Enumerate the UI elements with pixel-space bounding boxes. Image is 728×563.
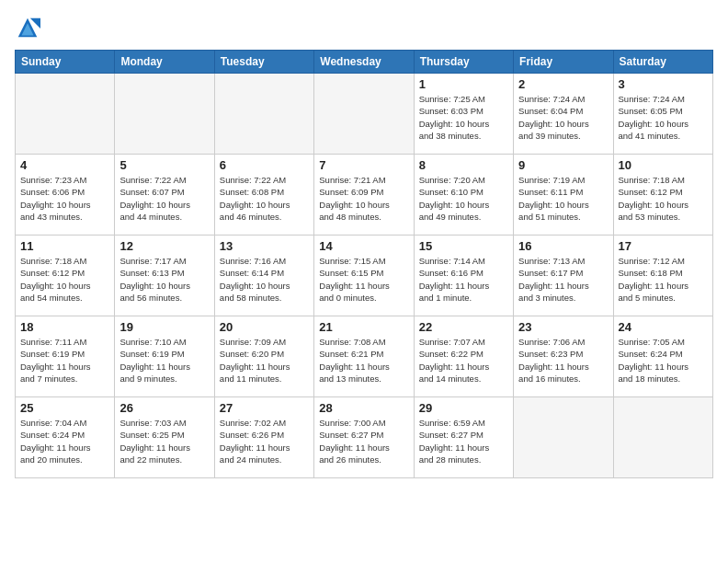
calendar-cell: 1Sunrise: 7:25 AMSunset: 6:03 PMDaylight… <box>414 74 513 155</box>
day-number: 18 <box>20 320 109 334</box>
calendar-cell: 20Sunrise: 7:09 AMSunset: 6:20 PMDayligh… <box>214 316 313 397</box>
day-info: Sunrise: 7:09 AMSunset: 6:20 PMDaylight:… <box>220 336 309 385</box>
calendar-cell: 11Sunrise: 7:18 AMSunset: 6:12 PMDayligh… <box>16 236 115 316</box>
day-info: Sunrise: 7:17 AMSunset: 6:13 PMDaylight:… <box>119 255 209 304</box>
calendar-cell: 21Sunrise: 7:08 AMSunset: 6:21 PMDayligh… <box>314 316 414 397</box>
calendar-day-header: Friday <box>514 51 613 74</box>
calendar-cell: 29Sunrise: 6:59 AMSunset: 6:27 PMDayligh… <box>414 397 513 478</box>
day-info: Sunrise: 7:23 AMSunset: 6:06 PMDaylight:… <box>20 174 109 223</box>
calendar-day-header: Wednesday <box>314 51 414 74</box>
day-info: Sunrise: 7:24 AMSunset: 6:05 PMDaylight:… <box>619 93 708 142</box>
day-info: Sunrise: 7:16 AMSunset: 6:14 PMDaylight:… <box>220 255 309 304</box>
day-number: 21 <box>319 320 408 334</box>
day-number: 12 <box>119 239 209 253</box>
day-info: Sunrise: 7:04 AMSunset: 6:24 PMDaylight:… <box>20 417 109 465</box>
day-number: 13 <box>220 239 309 253</box>
calendar-table: SundayMondayTuesdayWednesdayThursdayFrid… <box>15 50 713 478</box>
day-number: 11 <box>20 239 109 253</box>
logo <box>15 15 44 40</box>
day-info: Sunrise: 7:03 AMSunset: 6:25 PMDaylight:… <box>119 417 209 465</box>
calendar-cell: 22Sunrise: 7:07 AMSunset: 6:22 PMDayligh… <box>414 316 513 397</box>
day-number: 14 <box>319 239 408 253</box>
calendar-cell: 3Sunrise: 7:24 AMSunset: 6:05 PMDaylight… <box>613 74 712 155</box>
calendar-week-row: 1Sunrise: 7:25 AMSunset: 6:03 PMDaylight… <box>16 74 713 155</box>
day-info: Sunrise: 7:12 AMSunset: 6:18 PMDaylight:… <box>619 255 708 304</box>
day-number: 9 <box>518 158 608 172</box>
calendar-day-header: Saturday <box>613 51 712 74</box>
day-number: 6 <box>220 158 309 172</box>
day-info: Sunrise: 7:20 AMSunset: 6:10 PMDaylight:… <box>419 174 508 223</box>
day-number: 10 <box>619 158 708 172</box>
day-info: Sunrise: 7:15 AMSunset: 6:15 PMDaylight:… <box>319 255 408 304</box>
day-info: Sunrise: 6:59 AMSunset: 6:27 PMDaylight:… <box>419 417 508 465</box>
calendar-cell: 26Sunrise: 7:03 AMSunset: 6:25 PMDayligh… <box>115 397 214 478</box>
calendar-cell <box>514 397 613 478</box>
day-number: 29 <box>419 401 508 415</box>
day-number: 8 <box>419 158 508 172</box>
calendar-day-header: Thursday <box>414 51 513 74</box>
logo-icon <box>15 15 40 40</box>
day-info: Sunrise: 7:11 AMSunset: 6:19 PMDaylight:… <box>20 336 109 385</box>
day-number: 27 <box>220 401 309 415</box>
day-number: 5 <box>119 158 209 172</box>
calendar-cell: 9Sunrise: 7:19 AMSunset: 6:11 PMDaylight… <box>514 155 613 236</box>
day-info: Sunrise: 7:21 AMSunset: 6:09 PMDaylight:… <box>319 174 408 223</box>
day-info: Sunrise: 7:05 AMSunset: 6:24 PMDaylight:… <box>619 336 708 385</box>
calendar-week-row: 4Sunrise: 7:23 AMSunset: 6:06 PMDaylight… <box>16 155 713 236</box>
day-info: Sunrise: 7:02 AMSunset: 6:26 PMDaylight:… <box>220 417 309 465</box>
day-number: 7 <box>319 158 408 172</box>
calendar-cell: 13Sunrise: 7:16 AMSunset: 6:14 PMDayligh… <box>214 236 313 316</box>
calendar-cell: 15Sunrise: 7:14 AMSunset: 6:16 PMDayligh… <box>414 236 513 316</box>
calendar-cell: 16Sunrise: 7:13 AMSunset: 6:17 PMDayligh… <box>514 236 613 316</box>
calendar-day-header: Tuesday <box>214 51 313 74</box>
page: SundayMondayTuesdayWednesdayThursdayFrid… <box>0 0 728 563</box>
calendar-cell: 24Sunrise: 7:05 AMSunset: 6:24 PMDayligh… <box>613 316 712 397</box>
calendar-week-row: 25Sunrise: 7:04 AMSunset: 6:24 PMDayligh… <box>16 397 713 478</box>
day-info: Sunrise: 7:25 AMSunset: 6:03 PMDaylight:… <box>419 93 508 142</box>
calendar-cell: 25Sunrise: 7:04 AMSunset: 6:24 PMDayligh… <box>16 397 115 478</box>
calendar-cell: 27Sunrise: 7:02 AMSunset: 6:26 PMDayligh… <box>214 397 313 478</box>
day-number: 24 <box>619 320 708 334</box>
day-info: Sunrise: 7:08 AMSunset: 6:21 PMDaylight:… <box>319 336 408 385</box>
calendar-cell <box>214 74 313 155</box>
day-number: 2 <box>518 77 608 91</box>
day-info: Sunrise: 7:18 AMSunset: 6:12 PMDaylight:… <box>619 174 708 223</box>
calendar-cell: 5Sunrise: 7:22 AMSunset: 6:07 PMDaylight… <box>115 155 214 236</box>
calendar-cell: 4Sunrise: 7:23 AMSunset: 6:06 PMDaylight… <box>16 155 115 236</box>
calendar-cell: 6Sunrise: 7:22 AMSunset: 6:08 PMDaylight… <box>214 155 313 236</box>
day-info: Sunrise: 7:22 AMSunset: 6:08 PMDaylight:… <box>220 174 309 223</box>
day-info: Sunrise: 7:22 AMSunset: 6:07 PMDaylight:… <box>119 174 209 223</box>
day-number: 4 <box>20 158 109 172</box>
day-info: Sunrise: 7:18 AMSunset: 6:12 PMDaylight:… <box>20 255 109 304</box>
day-number: 20 <box>220 320 309 334</box>
header <box>15 15 713 40</box>
calendar-cell <box>613 397 712 478</box>
calendar-day-header: Sunday <box>16 51 115 74</box>
calendar-cell: 14Sunrise: 7:15 AMSunset: 6:15 PMDayligh… <box>314 236 414 316</box>
calendar-cell: 10Sunrise: 7:18 AMSunset: 6:12 PMDayligh… <box>613 155 712 236</box>
day-info: Sunrise: 7:10 AMSunset: 6:19 PMDaylight:… <box>119 336 209 385</box>
day-info: Sunrise: 7:00 AMSunset: 6:27 PMDaylight:… <box>319 417 408 465</box>
calendar-cell: 7Sunrise: 7:21 AMSunset: 6:09 PMDaylight… <box>314 155 414 236</box>
day-info: Sunrise: 7:13 AMSunset: 6:17 PMDaylight:… <box>518 255 608 304</box>
calendar-cell <box>314 74 414 155</box>
day-info: Sunrise: 7:19 AMSunset: 6:11 PMDaylight:… <box>518 174 608 223</box>
calendar-week-row: 18Sunrise: 7:11 AMSunset: 6:19 PMDayligh… <box>16 316 713 397</box>
day-number: 16 <box>518 239 608 253</box>
calendar-cell: 12Sunrise: 7:17 AMSunset: 6:13 PMDayligh… <box>115 236 214 316</box>
calendar-day-header: Monday <box>115 51 214 74</box>
calendar-cell <box>16 74 115 155</box>
calendar-cell: 19Sunrise: 7:10 AMSunset: 6:19 PMDayligh… <box>115 316 214 397</box>
day-number: 19 <box>119 320 209 334</box>
calendar-cell: 23Sunrise: 7:06 AMSunset: 6:23 PMDayligh… <box>514 316 613 397</box>
day-number: 1 <box>419 77 508 91</box>
day-info: Sunrise: 7:06 AMSunset: 6:23 PMDaylight:… <box>518 336 608 385</box>
day-info: Sunrise: 7:14 AMSunset: 6:16 PMDaylight:… <box>419 255 508 304</box>
day-number: 3 <box>619 77 708 91</box>
calendar-cell: 17Sunrise: 7:12 AMSunset: 6:18 PMDayligh… <box>613 236 712 316</box>
calendar-week-row: 11Sunrise: 7:18 AMSunset: 6:12 PMDayligh… <box>16 236 713 316</box>
calendar-cell: 2Sunrise: 7:24 AMSunset: 6:04 PMDaylight… <box>514 74 613 155</box>
calendar-cell: 28Sunrise: 7:00 AMSunset: 6:27 PMDayligh… <box>314 397 414 478</box>
day-number: 25 <box>20 401 109 415</box>
calendar-cell: 8Sunrise: 7:20 AMSunset: 6:10 PMDaylight… <box>414 155 513 236</box>
